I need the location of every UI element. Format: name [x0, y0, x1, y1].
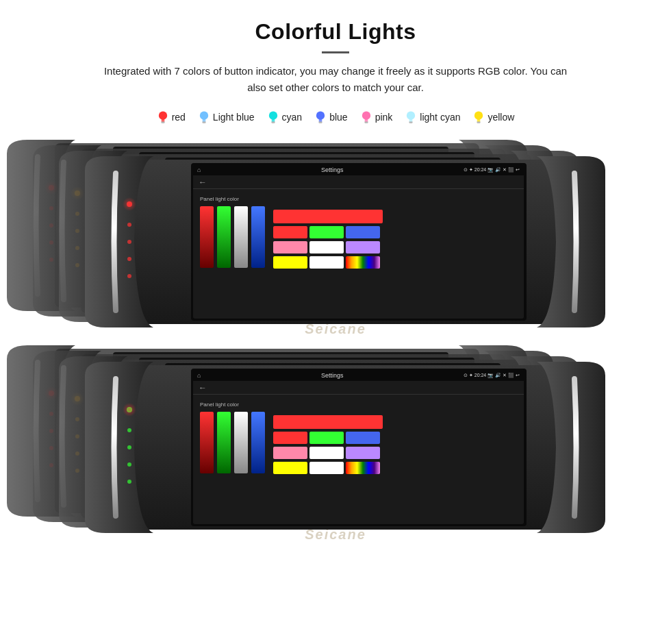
settings-title: Settings [321, 372, 344, 379]
svg-rect-17 [364, 119, 368, 122]
home-icon: ⌂ [197, 372, 201, 379]
swatch-pink [273, 241, 307, 253]
car-unit-3: ← ⌂ Settings ⊙ ✦ 20:24 📷 🔊 ✕ ⬛ ↩ ← Panel… [78, 355, 612, 540]
swatch-row-red [273, 415, 383, 429]
color-label-yellow: yellow [488, 112, 514, 123]
back-arrow[interactable]: ← [199, 177, 207, 187]
bar-green [217, 206, 231, 268]
swatch-row-4 [273, 462, 383, 474]
page: Colorful Lights Integrated with 7 colors… [0, 0, 671, 644]
swatch-white [309, 241, 344, 253]
svg-rect-15 [319, 123, 322, 123]
svg-point-57 [123, 197, 136, 211]
swatch-row-2 [273, 432, 383, 444]
swatch-row-red [273, 210, 383, 223]
swatches-section [273, 415, 383, 517]
svg-rect-6 [202, 122, 205, 123]
page-title: Colorful Lights [96, 19, 575, 45]
svg-point-96 [127, 462, 131, 467]
title-divider [322, 51, 349, 53]
svg-rect-1 [161, 119, 164, 122]
color-label-light-cyan: light cyan [420, 112, 460, 123]
svg-rect-22 [409, 122, 413, 123]
car-unit-3: ← ⌂ Settings ⊙ ✦ 20:24 📷 🔊 ✕ ⬛ ↩ ← Panel… [78, 149, 612, 334]
svg-point-59 [127, 240, 131, 244]
back-arrow[interactable]: ← [199, 383, 207, 393]
bar-white [234, 206, 248, 268]
bottom-unit-row: Seicane [0, 338, 671, 551]
bulb-icon-light-cyan [405, 110, 417, 125]
svg-rect-23 [409, 123, 413, 123]
bulb-icon-pink [360, 110, 372, 125]
color-item-blue: blue [314, 110, 347, 125]
svg-rect-18 [364, 122, 368, 123]
bulb-icon-Light-blue [198, 110, 210, 125]
bar-blue [251, 412, 265, 473]
swatch-white2 [309, 462, 344, 474]
color-item-red: red [157, 110, 186, 125]
color-bars [200, 412, 265, 473]
bar-red [200, 412, 214, 473]
swatch-white [309, 447, 344, 459]
bar-green [217, 412, 231, 473]
swatch-blue-s [346, 226, 380, 238]
svg-point-4 [200, 112, 208, 120]
svg-rect-7 [203, 123, 206, 123]
svg-rect-3 [161, 123, 164, 123]
svg-point-60 [127, 257, 131, 261]
swatch-purple [346, 241, 380, 253]
bulb-icon-cyan [267, 110, 279, 125]
svg-rect-21 [409, 119, 413, 122]
color-bars [200, 206, 265, 268]
color-label-red: red [172, 112, 186, 123]
swatch-green-s [309, 226, 344, 238]
color-bars-section: Panel light color [200, 196, 265, 312]
status-icons: ⊙ ✦ 20:24 📷 🔊 ✕ ⬛ ↩ [464, 167, 520, 173]
bar-red [200, 206, 214, 268]
screen-content: Panel light color [193, 395, 524, 524]
color-label-cyan: cyan [282, 112, 303, 123]
swatch-green-s [309, 432, 344, 444]
color-item-yellow: yellow [472, 110, 514, 125]
svg-rect-2 [161, 122, 164, 123]
svg-point-24 [474, 112, 483, 120]
svg-point-93 [123, 403, 136, 417]
swatch-row-3 [273, 241, 383, 253]
swatch-white2 [309, 256, 344, 269]
android-screen: ⌂ Settings ⊙ ✦ 20:24 📷 🔊 ✕ ⬛ ↩ ← Panel l… [193, 370, 524, 524]
panel-label: Panel light color [200, 401, 265, 408]
svg-rect-14 [318, 122, 322, 123]
color-label-blue: blue [329, 112, 347, 123]
swatch-rainbow [346, 256, 380, 269]
svg-rect-13 [319, 119, 322, 122]
svg-point-95 [127, 445, 131, 449]
color-bars-section: Panel light color [200, 401, 265, 517]
svg-rect-26 [477, 122, 481, 123]
svg-point-16 [362, 112, 370, 120]
svg-rect-11 [271, 123, 275, 123]
nav-bar: ← [193, 381, 524, 395]
svg-rect-25 [477, 119, 481, 122]
bulb-icon-red [157, 110, 169, 125]
status-icons: ⊙ ✦ 20:24 📷 🔊 ✕ ⬛ ↩ [464, 373, 520, 378]
bulb-icon-blue [314, 110, 327, 125]
top-unit-row: Seicane [0, 133, 671, 345]
svg-point-0 [158, 112, 166, 120]
svg-rect-19 [364, 123, 368, 123]
color-label-Light-blue: Light blue [213, 112, 255, 123]
swatches-section [273, 210, 383, 312]
swatch-blue-s [346, 432, 380, 444]
swatch-yellow [273, 462, 307, 474]
home-icon: ⌂ [197, 166, 201, 173]
bar-white [234, 412, 248, 473]
color-item-light-cyan: light cyan [405, 110, 460, 125]
svg-point-97 [127, 480, 131, 484]
status-bar: ⌂ Settings ⊙ ✦ 20:24 📷 🔊 ✕ ⬛ ↩ [193, 370, 524, 381]
bar-blue [251, 206, 265, 268]
swatch-row-2 [273, 226, 383, 238]
swatch-red-s [273, 432, 307, 444]
svg-point-12 [316, 112, 325, 120]
color-item-cyan: cyan [267, 110, 303, 125]
swatch-yellow [273, 256, 307, 269]
screen-content: Panel light color [193, 189, 524, 319]
